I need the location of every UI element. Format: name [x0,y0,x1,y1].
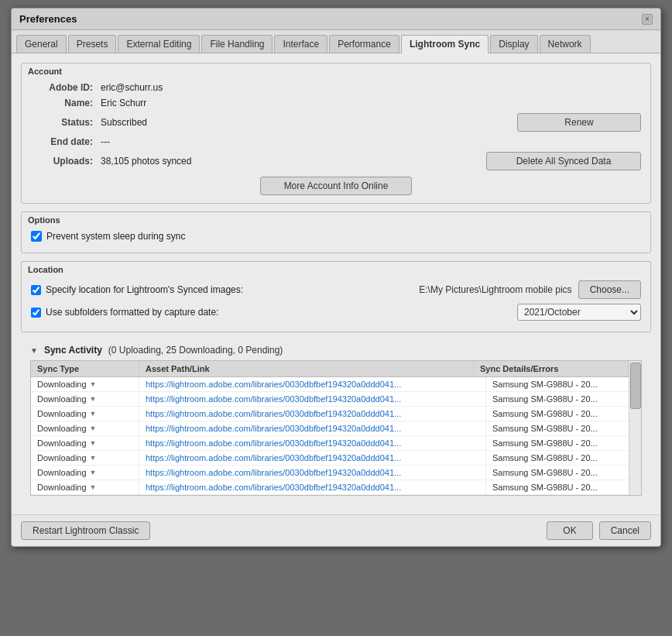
tab-file-handling[interactable]: File Handling [201,35,273,53]
col-header-sync-details: Sync Details/Errors [474,361,629,376]
location-path-value: E:\My Pictures\Lightroom mobile pics [309,284,572,295]
renew-button[interactable]: Renew [517,113,641,132]
sync-type-cell: Downloading ▼ [31,466,139,480]
sync-type-value: Downloading [37,409,87,418]
tab-content: Account Adobe ID: eric@schurr.us Name: E… [12,53,660,514]
adobe-id-label: Adobe ID: [31,82,93,93]
tab-external-editing[interactable]: External Editing [118,35,200,53]
asset-path-cell[interactable]: https://lightroom.adobe.com/libraries/00… [139,466,486,480]
sync-activity-status: (0 Uploading, 25 Downloading, 0 Pending) [108,345,283,356]
sync-type-value: Downloading [37,394,87,404]
delete-synced-button[interactable]: Delete All Synced Data [486,152,641,170]
sync-type-arrow-icon: ▼ [90,395,97,403]
ok-cancel-area: OK Cancel [547,521,651,540]
tab-display[interactable]: Display [490,35,537,53]
sync-type-cell: Downloading ▼ [31,436,139,450]
tab-general[interactable]: General [16,35,67,53]
sync-type-cell: Downloading ▼ [31,407,139,421]
sync-type-value: Downloading [37,453,87,462]
table-row: Downloading ▼ https://lightroom.adobe.co… [31,392,641,407]
table-row: Downloading ▼ https://lightroom.adobe.co… [31,407,641,421]
tab-performance[interactable]: Performance [329,35,399,53]
prevent-sleep-checkbox[interactable] [31,231,42,242]
cancel-button[interactable]: Cancel [599,521,651,540]
tab-network[interactable]: Network [540,35,591,53]
location-section-title: Location [22,262,650,276]
sync-type-value: Downloading [37,380,87,389]
choose-location-button[interactable]: Choose... [578,280,641,299]
end-date-label: End date: [31,136,93,147]
sync-type-arrow-icon: ▼ [90,425,97,432]
more-info-row: More Account Info Online [31,177,641,195]
end-date-value: --- [101,136,641,147]
subfolders-dropdown[interactable]: 2021/October 2021/September 2021/August [517,304,641,321]
sync-type-cell: Downloading ▼ [31,480,139,494]
table-row: Downloading ▼ https://lightroom.adobe.co… [31,451,641,466]
tab-lightroom-sync[interactable]: Lightroom Sync [401,35,489,53]
restart-lightroom-button[interactable]: Restart Lightroom Classic [21,521,150,540]
prevent-sleep-label: Prevent system sleep during sync [46,231,185,242]
asset-path-cell[interactable]: https://lightroom.adobe.com/libraries/00… [139,392,486,406]
tab-bar: General Presets External Editing File Ha… [12,30,660,53]
sync-activity-section: ▼ Sync Activity (0 Uploading, 25 Downloa… [21,340,651,496]
more-account-info-button[interactable]: More Account Info Online [260,177,413,195]
subfolders-checkbox[interactable] [31,308,41,318]
sync-type-cell: Downloading ▼ [31,392,139,406]
sync-type-arrow-icon: ▼ [90,454,97,462]
subfolders-label: Use subfolders formatted by capture date… [46,307,517,318]
asset-path-cell[interactable]: https://lightroom.adobe.com/libraries/00… [139,421,486,435]
renew-area: Renew [371,113,641,132]
sync-details-cell: Samsung SM-G988U - 20... [486,480,641,494]
sync-type-value: Downloading [37,438,87,448]
tab-interface[interactable]: Interface [274,35,327,53]
sync-type-arrow-icon: ▼ [90,483,97,491]
asset-path-cell[interactable]: https://lightroom.adobe.com/libraries/00… [139,451,486,465]
title-bar: Preferences × [12,9,660,30]
tab-presets[interactable]: Presets [68,35,117,53]
sync-type-arrow-icon: ▼ [90,380,97,388]
table-row: Downloading ▼ https://lightroom.adobe.co… [31,480,641,495]
location-section: Location Specify location for Lightroom'… [21,261,651,332]
sync-activity-header[interactable]: ▼ Sync Activity (0 Uploading, 25 Downloa… [21,340,651,360]
sync-type-arrow-icon: ▼ [90,439,97,447]
asset-path-cell[interactable]: https://lightroom.adobe.com/libraries/00… [139,436,486,450]
status-label: Status: [31,117,93,128]
asset-path-cell[interactable]: https://lightroom.adobe.com/libraries/00… [139,480,486,494]
uploads-value: 38,105 photos synced [101,156,371,167]
preferences-dialog: Preferences × General Presets External E… [11,8,661,547]
name-row: Name: Eric Schurr [31,98,641,108]
sync-details-cell: Samsung SM-G988U - 20... [486,436,641,450]
sync-details-cell: Samsung SM-G988U - 20... [486,451,641,465]
account-section-title: Account [22,64,650,77]
account-section: Account Adobe ID: eric@schurr.us Name: E… [21,63,651,204]
status-row: Status: Subscribed Renew [31,113,641,132]
sync-details-cell: Samsung SM-G988U - 20... [486,407,641,421]
sync-type-arrow-icon: ▼ [90,410,97,418]
sync-details-cell: Samsung SM-G988U - 20... [486,466,641,480]
col-header-sync-type: Sync Type [31,361,139,376]
bottom-bar: Restart Lightroom Classic OK Cancel [12,514,660,546]
specify-location-checkbox[interactable] [31,285,41,295]
asset-path-cell[interactable]: https://lightroom.adobe.com/libraries/00… [139,407,486,421]
options-section-title: Options [22,212,650,226]
ok-button[interactable]: OK [547,521,592,540]
asset-path-cell[interactable]: https://lightroom.adobe.com/libraries/00… [139,377,486,391]
sync-type-cell: Downloading ▼ [31,377,139,391]
sync-type-cell: Downloading ▼ [31,421,139,435]
sync-type-value: Downloading [37,424,87,433]
name-label: Name: [31,98,93,108]
table-header: Sync Type Asset Path/Link Sync Details/E… [31,361,641,377]
sync-type-cell: Downloading ▼ [31,451,139,465]
uploads-row: Uploads: 38,105 photos synced Delete All… [31,152,641,170]
close-button[interactable]: × [642,14,653,25]
sync-table: Sync Type Asset Path/Link Sync Details/E… [30,360,642,496]
table-scrollbar[interactable] [629,361,641,495]
options-section-body: Prevent system sleep during sync [22,226,650,253]
subfolders-row: Use subfolders formatted by capture date… [31,304,641,321]
table-row: Downloading ▼ https://lightroom.adobe.co… [31,377,641,392]
adobe-id-row: Adobe ID: eric@schurr.us [31,82,641,93]
scrollbar-thumb [630,363,641,409]
table-row: Downloading ▼ https://lightroom.adobe.co… [31,466,641,480]
dialog-title: Preferences [19,13,77,25]
specify-location-row: Specify location for Lightroom's Synced … [31,280,641,299]
